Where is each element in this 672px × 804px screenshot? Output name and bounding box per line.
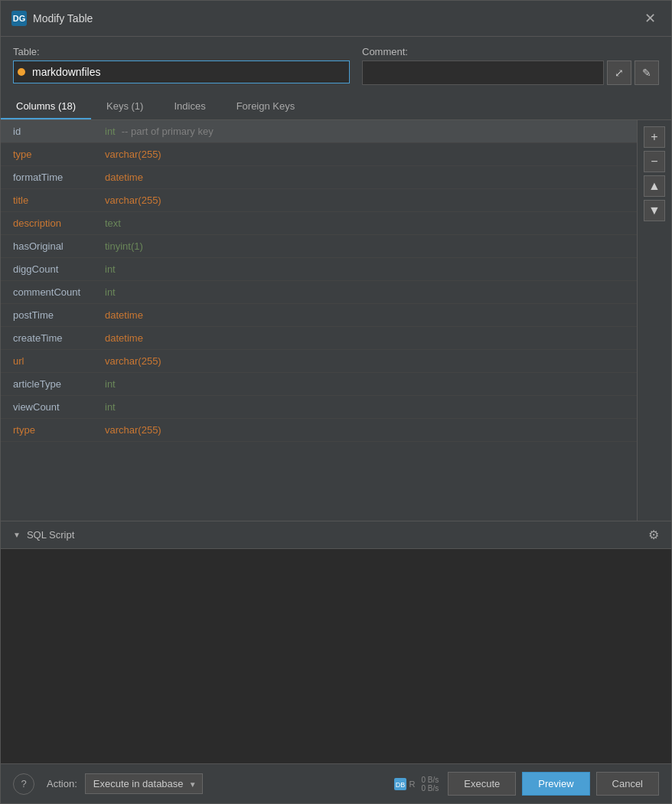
col-type: tinyint(1) (105, 240, 143, 252)
app-icon: DG (11, 11, 27, 26)
tabs-bar: Columns (18) Keys (1) Indices Foreign Ke… (1, 94, 671, 120)
table-row[interactable]: articleType int (1, 373, 637, 396)
edit-comment-button[interactable]: ✎ (634, 60, 659, 85)
tab-keys[interactable]: Keys (1) (91, 94, 158, 119)
col-type: varchar(255) (105, 149, 161, 160)
comment-form-group: Comment: ⤢ ✎ (362, 46, 659, 85)
col-name: url (13, 355, 105, 367)
col-name: commentCount (13, 286, 105, 298)
window-title: Modify Table (33, 12, 93, 25)
sql-section: ▼ SQL Script ⚙ (1, 521, 671, 763)
col-comment: -- part of primary key (122, 126, 214, 137)
help-button[interactable]: ? (13, 773, 34, 795)
col-name: rtype (13, 424, 105, 436)
title-bar: DG Modify Table ✕ (1, 1, 671, 37)
action-group: Action: Execute in database Save to file… (47, 773, 203, 794)
table-form-group: Table: (13, 46, 350, 83)
add-column-button[interactable]: + (644, 126, 665, 148)
col-type: varchar(255) (105, 424, 161, 436)
bottom-bar: ? Action: Execute in database Save to fi… (1, 763, 671, 803)
remove-column-button[interactable]: − (644, 151, 665, 172)
table-input-wrap (13, 60, 350, 83)
comment-input[interactable] (362, 60, 604, 85)
col-type: datetime (105, 332, 143, 344)
comment-input-wrap: ⤢ ✎ (362, 60, 659, 85)
r-label: R (409, 779, 416, 789)
table-row[interactable]: rtype varchar(255) (1, 419, 637, 442)
table-row[interactable]: title varchar(255) (1, 189, 637, 212)
col-name: createTime (13, 332, 105, 344)
form-area: Table: Comment: ⤢ ✎ (1, 37, 671, 94)
col-type: datetime (105, 309, 143, 321)
table-row[interactable]: viewCount int (1, 396, 637, 419)
col-name: id (13, 126, 105, 137)
action-select[interactable]: Execute in database Save to file Clipboa… (85, 773, 203, 794)
table-row[interactable]: postTime datetime (1, 304, 637, 327)
table-row[interactable]: commentCount int (1, 281, 637, 304)
move-up-button[interactable]: ▲ (644, 175, 665, 197)
col-name: formatTime (13, 172, 105, 183)
action-select-wrap: Execute in database Save to file Clipboa… (85, 773, 203, 794)
collapse-sql-icon[interactable]: ▼ (13, 531, 21, 539)
table-row[interactable]: hasOriginal tinyint(1) (1, 235, 637, 258)
side-buttons: + − ▲ ▼ (638, 120, 671, 521)
status-group: DB R 0 B/s 0 B/s (394, 776, 439, 793)
sql-settings-button[interactable]: ⚙ (648, 528, 659, 542)
table-row[interactable]: id int -- part of primary key (1, 120, 637, 143)
col-type: datetime (105, 172, 143, 183)
table-row[interactable]: url varchar(255) (1, 350, 637, 373)
col-type: varchar(255) (105, 355, 161, 367)
tab-foreign-keys[interactable]: Foreign Keys (221, 94, 311, 119)
col-name: title (13, 194, 105, 206)
move-down-button[interactable]: ▼ (644, 200, 665, 221)
col-type: text (105, 217, 121, 229)
columns-table: id int -- part of primary key type varch… (1, 120, 638, 521)
columns-area: id int -- part of primary key type varch… (1, 120, 671, 521)
cancel-button[interactable]: Cancel (596, 772, 659, 796)
col-type: varchar(255) (105, 194, 161, 206)
svg-text:DB: DB (395, 781, 405, 789)
modify-table-dialog: DG Modify Table ✕ Table: Comment: ⤢ ✎ Co… (0, 0, 672, 804)
table-row[interactable]: diggCount int (1, 258, 637, 281)
upload-speed: 0 B/s (422, 776, 439, 784)
col-type: int (105, 263, 116, 275)
execute-button[interactable]: Execute (448, 772, 516, 796)
col-name: viewCount (13, 401, 105, 413)
title-bar-left: DG Modify Table (11, 11, 93, 26)
comment-label: Comment: (362, 46, 659, 57)
table-name-input[interactable] (13, 60, 350, 83)
db-status: DB R (394, 778, 416, 790)
sql-section-title: SQL Script (27, 529, 74, 541)
col-name: articleType (13, 378, 105, 390)
col-type: int (105, 126, 116, 137)
close-button[interactable]: ✕ (640, 8, 661, 28)
col-type: int (105, 401, 116, 413)
sql-header-left: ▼ SQL Script (13, 529, 74, 541)
table-row[interactable]: type varchar(255) (1, 143, 637, 166)
col-name: diggCount (13, 263, 105, 275)
bottom-left: ? Action: Execute in database Save to fi… (13, 773, 203, 795)
col-name: postTime (13, 309, 105, 321)
action-buttons: Execute Preview Cancel (448, 772, 659, 796)
table-label: Table: (13, 46, 350, 57)
speed-stats: 0 B/s 0 B/s (422, 776, 439, 793)
db-icon: DB (394, 778, 406, 790)
preview-button[interactable]: Preview (522, 772, 589, 796)
download-speed: 0 B/s (422, 784, 439, 793)
bottom-right: DB R 0 B/s 0 B/s Execute Preview Cancel (394, 772, 659, 796)
orange-dot-indicator (18, 68, 25, 76)
action-label: Action: (47, 778, 77, 789)
sql-header: ▼ SQL Script ⚙ (1, 521, 671, 549)
sql-editor[interactable] (1, 549, 671, 763)
col-name: description (13, 217, 105, 229)
table-row[interactable]: formatTime datetime (1, 166, 637, 189)
col-type: int (105, 286, 116, 298)
table-row[interactable]: description text (1, 212, 637, 235)
table-row[interactable]: createTime datetime (1, 327, 637, 350)
tab-columns[interactable]: Columns (18) (1, 94, 91, 119)
col-name: hasOriginal (13, 240, 105, 252)
col-name: type (13, 149, 105, 160)
expand-comment-button[interactable]: ⤢ (607, 60, 631, 85)
tab-indices[interactable]: Indices (158, 94, 220, 119)
col-type: int (105, 378, 116, 390)
